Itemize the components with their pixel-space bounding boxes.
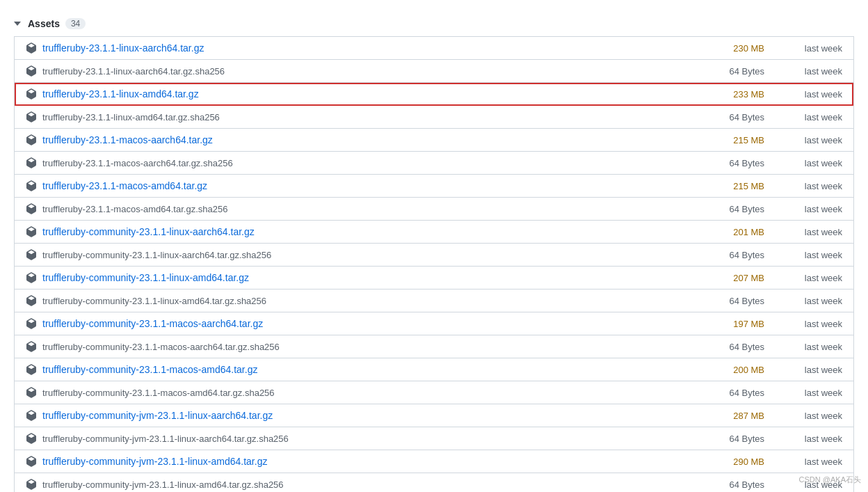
- asset-meta: 230 MBlast week: [709, 43, 842, 54]
- asset-size: 64 Bytes: [709, 66, 764, 77]
- asset-meta: 64 Byteslast week: [709, 66, 842, 77]
- asset-left: truffleruby-community-23.1.1-linux-amd64…: [26, 295, 709, 306]
- asset-left: truffleruby-community-23.1.1-macos-amd64…: [26, 387, 709, 398]
- file-icon: [26, 433, 37, 444]
- asset-link[interactable]: truffleruby-23.1.1-linux-amd64.tar.gz.sh…: [42, 112, 220, 122]
- asset-meta: 64 Byteslast week: [709, 296, 842, 306]
- asset-left: truffleruby-community-23.1.1-macos-amd64…: [26, 364, 709, 375]
- asset-link[interactable]: truffleruby-23.1.1-macos-aarch64.tar.gz.…: [42, 158, 233, 168]
- asset-link[interactable]: truffleruby-community-23.1.1-linux-aarch…: [42, 250, 271, 260]
- asset-size: 64 Bytes: [709, 250, 764, 260]
- file-icon: [26, 318, 37, 329]
- asset-link[interactable]: truffleruby-23.1.1-macos-amd64.tar.gz.sh…: [42, 204, 227, 214]
- asset-left: truffleruby-community-jvm-23.1.1-linux-a…: [26, 410, 709, 421]
- asset-row: truffleruby-23.1.1-macos-aarch64.tar.gz2…: [15, 129, 853, 152]
- asset-left: truffleruby-23.1.1-macos-aarch64.tar.gz: [26, 134, 709, 145]
- asset-meta: 201 MBlast week: [709, 227, 842, 237]
- asset-link[interactable]: truffleruby-community-23.1.1-macos-aarch…: [42, 342, 280, 352]
- asset-left: truffleruby-community-jvm-23.1.1-linux-a…: [26, 479, 709, 490]
- asset-size: 233 MB: [709, 89, 764, 100]
- asset-size: 201 MB: [709, 227, 764, 237]
- asset-row: truffleruby-community-jvm-23.1.1-linux-a…: [15, 427, 853, 450]
- file-icon: [26, 364, 37, 375]
- asset-date: last week: [787, 388, 842, 398]
- asset-row: truffleruby-community-23.1.1-macos-amd64…: [15, 358, 853, 381]
- asset-size: 207 MB: [709, 273, 764, 283]
- file-icon: [26, 88, 37, 100]
- asset-link[interactable]: truffleruby-23.1.1-linux-aarch64.tar.gz: [42, 42, 204, 54]
- asset-link[interactable]: truffleruby-community-jvm-23.1.1-linux-a…: [42, 434, 289, 444]
- toggle-triangle-icon: [14, 22, 21, 26]
- file-icon: [26, 479, 37, 490]
- asset-left: truffleruby-23.1.1-linux-amd64.tar.gz.sh…: [26, 111, 709, 122]
- asset-size: 64 Bytes: [709, 204, 764, 214]
- asset-row: truffleruby-community-23.1.1-linux-aarch…: [15, 244, 853, 267]
- asset-left: truffleruby-23.1.1-macos-aarch64.tar.gz.…: [26, 157, 709, 168]
- asset-left: truffleruby-community-jvm-23.1.1-linux-a…: [26, 456, 709, 467]
- asset-date: last week: [787, 434, 842, 444]
- asset-meta: 64 Byteslast week: [709, 204, 842, 214]
- asset-size: 215 MB: [709, 181, 764, 191]
- asset-meta: 64 Byteslast week: [709, 112, 842, 122]
- assets-header: Assets 34: [14, 11, 854, 37]
- asset-size: 287 MB: [709, 411, 764, 421]
- file-icon: [26, 65, 37, 77]
- asset-size: 197 MB: [709, 319, 764, 329]
- asset-meta: 233 MBlast week: [709, 89, 842, 100]
- asset-left: truffleruby-community-23.1.1-linux-aarch…: [26, 249, 709, 260]
- assets-container: Assets 34 truffleruby-23.1.1-linux-aarch…: [0, 0, 868, 492]
- file-icon: [26, 157, 37, 168]
- asset-link[interactable]: truffleruby-23.1.1-linux-amd64.tar.gz: [42, 88, 199, 100]
- file-icon: [26, 249, 37, 260]
- asset-meta: 64 Byteslast week: [709, 434, 842, 444]
- asset-row: truffleruby-community-23.1.1-macos-aarch…: [15, 335, 853, 358]
- asset-row: truffleruby-community-jvm-23.1.1-linux-a…: [15, 450, 853, 473]
- asset-row: truffleruby-community-23.1.1-linux-amd64…: [15, 289, 853, 312]
- asset-date: last week: [787, 365, 842, 375]
- asset-size: 230 MB: [709, 43, 764, 54]
- asset-left: truffleruby-community-23.1.1-linux-amd64…: [26, 272, 709, 283]
- asset-row: truffleruby-community-23.1.1-macos-aarch…: [15, 312, 853, 335]
- file-icon: [26, 410, 37, 421]
- asset-row: truffleruby-23.1.1-linux-aarch64.tar.gz2…: [15, 37, 853, 60]
- asset-date: last week: [787, 112, 842, 122]
- asset-link[interactable]: truffleruby-community-23.1.1-linux-amd64…: [42, 272, 249, 283]
- asset-date: last week: [787, 319, 842, 329]
- asset-size: 64 Bytes: [709, 479, 764, 490]
- asset-meta: 197 MBlast week: [709, 319, 842, 329]
- asset-date: last week: [787, 204, 842, 214]
- assets-title: Assets: [28, 18, 60, 29]
- asset-left: truffleruby-23.1.1-linux-amd64.tar.gz: [26, 88, 709, 100]
- asset-row: truffleruby-community-jvm-23.1.1-linux-a…: [15, 404, 853, 427]
- asset-link[interactable]: truffleruby-community-23.1.1-macos-amd64…: [42, 388, 275, 398]
- asset-date: last week: [787, 342, 842, 352]
- asset-left: truffleruby-community-jvm-23.1.1-linux-a…: [26, 433, 709, 444]
- file-icon: [26, 180, 37, 191]
- file-icon: [26, 341, 37, 352]
- asset-link[interactable]: truffleruby-23.1.1-linux-aarch64.tar.gz.…: [42, 66, 225, 77]
- assets-list: truffleruby-23.1.1-linux-aarch64.tar.gz2…: [14, 37, 854, 492]
- assets-toggle[interactable]: Assets: [14, 18, 60, 29]
- asset-size: 200 MB: [709, 365, 764, 375]
- asset-link[interactable]: truffleruby-community-jvm-23.1.1-linux-a…: [42, 456, 267, 467]
- asset-link[interactable]: truffleruby-23.1.1-macos-amd64.tar.gz: [42, 180, 207, 191]
- file-icon: [26, 134, 37, 145]
- asset-size: 64 Bytes: [709, 158, 764, 168]
- asset-meta: 290 MBlast week: [709, 457, 842, 467]
- asset-meta: 64 Byteslast week: [709, 388, 842, 398]
- asset-date: last week: [787, 457, 842, 467]
- asset-link[interactable]: truffleruby-community-23.1.1-linux-aarch…: [42, 226, 255, 237]
- asset-left: truffleruby-community-23.1.1-macos-aarch…: [26, 341, 709, 352]
- asset-size: 64 Bytes: [709, 388, 764, 398]
- asset-link[interactable]: truffleruby-community-23.1.1-linux-amd64…: [42, 296, 266, 306]
- asset-row: truffleruby-community-jvm-23.1.1-linux-a…: [15, 473, 853, 492]
- asset-link[interactable]: truffleruby-community-jvm-23.1.1-linux-a…: [42, 410, 273, 421]
- file-icon: [26, 456, 37, 467]
- asset-link[interactable]: truffleruby-community-jvm-23.1.1-linux-a…: [42, 479, 284, 490]
- asset-date: last week: [787, 227, 842, 237]
- asset-size: 215 MB: [709, 135, 764, 145]
- asset-link[interactable]: truffleruby-23.1.1-macos-aarch64.tar.gz: [42, 134, 213, 145]
- asset-link[interactable]: truffleruby-community-23.1.1-macos-amd64…: [42, 364, 257, 375]
- asset-size: 64 Bytes: [709, 296, 764, 306]
- asset-link[interactable]: truffleruby-community-23.1.1-macos-aarch…: [42, 318, 263, 329]
